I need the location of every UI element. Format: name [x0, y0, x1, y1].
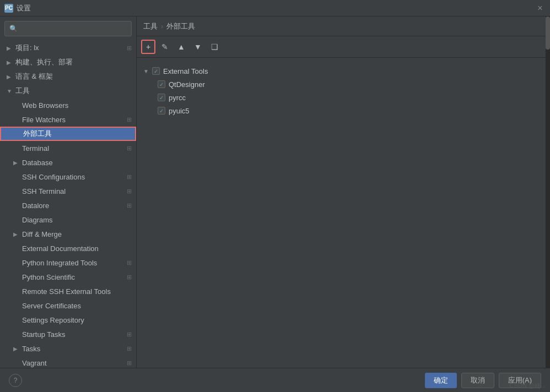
- arrow-icon: ▶: [7, 45, 14, 51]
- sidebar-item-ext-doc[interactable]: External Documentation: [0, 241, 136, 255]
- search-input[interactable]: [20, 25, 127, 32]
- sidebar-item-remote-ssh[interactable]: Remote SSH External Tools: [0, 284, 136, 298]
- sidebar-item-label: Startup Tasks: [22, 330, 127, 339]
- tree-item-pyrcc[interactable]: ✓ pyrcc: [141, 91, 541, 104]
- arrow-icon: [13, 260, 21, 266]
- sidebar-item-python-integrated[interactable]: Python Integrated Tools ⊞: [0, 255, 136, 270]
- add-button[interactable]: +: [141, 40, 155, 54]
- sidebar-item-startup-tasks[interactable]: Startup Tasks ⊞: [0, 327, 136, 341]
- copy-button[interactable]: ❏: [207, 40, 222, 54]
- settings-dialog: PC 设置 × 🔍 ▶ 项目: lx ⊞ ▶ 构建、执行、: [0, 0, 550, 392]
- tree-item-qtdesigner[interactable]: ✓ QtDesigner: [141, 78, 541, 91]
- sidebar-item-datalore[interactable]: Datalore ⊞: [0, 198, 136, 213]
- external-link-icon: ⊞: [127, 145, 132, 152]
- breadcrumb: 工具 › 外部工具: [137, 17, 546, 36]
- sidebar-item-ssh-config[interactable]: SSH Configurations ⊞: [0, 170, 136, 184]
- sidebar-item-label: Terminal: [22, 144, 127, 153]
- sidebar-item-build[interactable]: ▶ 构建、执行、部署: [0, 55, 136, 69]
- arrow-icon: [13, 102, 21, 108]
- arrow-icon: [13, 317, 21, 323]
- breadcrumb-separator: ›: [161, 22, 163, 30]
- sidebar-item-settings-repo[interactable]: Settings Repository: [0, 313, 136, 327]
- arrow-icon: [13, 331, 21, 337]
- sidebar-item-label: 构建、执行、部署: [15, 57, 136, 67]
- titlebar: PC 设置 ×: [0, 0, 550, 17]
- sidebar-item-label: Python Integrated Tools: [22, 259, 127, 267]
- arrow-icon: [14, 131, 22, 137]
- arrow-icon: [13, 303, 21, 309]
- sidebar-tree: ▶ 项目: lx ⊞ ▶ 构建、执行、部署 ▶ 语言 & 框架 ▼ 工具: [0, 41, 136, 368]
- arrow-icon: [13, 360, 21, 366]
- cancel-button[interactable]: 取消: [461, 373, 494, 388]
- sidebar-item-web-browsers[interactable]: Web Browsers: [0, 98, 136, 112]
- sidebar-item-label: 项目: lx: [15, 43, 127, 53]
- footer: ? 确定 取消 应用(A): [0, 368, 550, 392]
- external-link-icon: ⊞: [127, 202, 132, 209]
- item-checkbox[interactable]: ✓: [158, 94, 165, 101]
- tree-item-pyuic5[interactable]: ✓ pyuic5: [141, 104, 541, 117]
- external-link-icon: ⊞: [127, 116, 132, 123]
- sidebar-item-label: Settings Repository: [22, 316, 136, 324]
- external-link-icon: ⊞: [127, 345, 132, 352]
- arrow-icon: [13, 174, 21, 180]
- sidebar-item-terminal[interactable]: Terminal ⊞: [0, 141, 136, 155]
- content-area: ▼ ✓ External Tools ✓ QtDesigner ✓ pyrcc: [137, 58, 546, 368]
- external-link-icon: ⊞: [127, 188, 132, 195]
- sidebar-item-label: Diff & Merge: [22, 230, 136, 238]
- arrow-icon: [13, 246, 21, 252]
- collapse-arrow-icon: ▼: [143, 68, 151, 74]
- group-checkbox[interactable]: ✓: [152, 67, 160, 75]
- sidebar-item-label: Vagrant: [22, 359, 127, 367]
- close-button[interactable]: ×: [535, 3, 546, 14]
- watermark: CSDN @杨...: [509, 382, 546, 390]
- sidebar-item-external-tools[interactable]: 外部工具: [0, 127, 136, 141]
- right-panel: 工具 › 外部工具 + ✎ ▲ ▼ ❏ ▼ ✓ External: [137, 17, 546, 368]
- sidebar-item-diagrams[interactable]: Diagrams: [0, 213, 136, 227]
- sidebar-item-label: Python Scientific: [22, 273, 127, 281]
- arrow-icon: [13, 117, 21, 123]
- sidebar-item-tasks[interactable]: ▶ Tasks ⊞: [0, 341, 136, 356]
- sidebar-item-file-watchers[interactable]: File Watchers ⊞: [0, 112, 136, 127]
- edit-button[interactable]: ✎: [158, 40, 172, 54]
- right-scrollbar[interactable]: [546, 17, 550, 368]
- item-checkbox[interactable]: ✓: [158, 80, 165, 88]
- breadcrumb-parent: 工具: [143, 21, 158, 31]
- ok-button[interactable]: 确定: [425, 373, 457, 388]
- breadcrumb-current: 外部工具: [166, 21, 195, 31]
- app-icon: PC: [4, 4, 13, 13]
- sidebar-item-ssh-terminal[interactable]: SSH Terminal ⊞: [0, 184, 136, 198]
- tree-group-external-tools[interactable]: ▼ ✓ External Tools: [141, 64, 541, 78]
- sidebar-item-label: SSH Terminal: [22, 187, 127, 195]
- arrow-icon: [13, 288, 21, 295]
- arrow-icon: ▶: [7, 74, 14, 80]
- item-label: pyuic5: [169, 107, 190, 115]
- sidebar-item-label: Tasks: [22, 345, 127, 353]
- sidebar-item-label: Web Browsers: [22, 101, 136, 110]
- sidebar-item-project[interactable]: ▶ 项目: lx ⊞: [0, 41, 136, 55]
- sidebar-item-server-cert[interactable]: Server Certificates: [0, 298, 136, 313]
- sidebar-item-language[interactable]: ▶ 语言 & 框架: [0, 69, 136, 84]
- external-link-icon: ⊞: [127, 259, 132, 266]
- dialog-title: 设置: [17, 3, 31, 13]
- sidebar-item-vagrant[interactable]: Vagrant ⊞: [0, 356, 136, 368]
- sidebar-item-database[interactable]: ▶ Database: [0, 155, 136, 170]
- sidebar-item-tools[interactable]: ▼ 工具: [0, 84, 136, 98]
- help-button[interactable]: ?: [9, 374, 22, 387]
- arrow-icon: ▶: [13, 346, 21, 352]
- sidebar-item-label: 外部工具: [23, 129, 135, 139]
- item-checkbox[interactable]: ✓: [158, 107, 165, 115]
- arrow-icon: [13, 145, 21, 151]
- item-label: pyrcc: [169, 94, 186, 102]
- move-up-button[interactable]: ▲: [174, 40, 188, 54]
- search-icon: 🔍: [9, 25, 18, 32]
- group-label: External Tools: [163, 67, 208, 75]
- content-tree: ▼ ✓ External Tools ✓ QtDesigner ✓ pyrcc: [141, 62, 541, 119]
- sidebar-item-label: 语言 & 框架: [15, 72, 136, 81]
- move-down-button[interactable]: ▼: [191, 40, 205, 54]
- arrow-icon: [13, 274, 21, 280]
- main-content: 🔍 ▶ 项目: lx ⊞ ▶ 构建、执行、部署 ▶ 语言 & 框架: [0, 17, 550, 368]
- scrollbar-thumb[interactable]: [546, 17, 550, 50]
- sidebar-item-python-scientific[interactable]: Python Scientific ⊞: [0, 270, 136, 284]
- search-box[interactable]: 🔍: [4, 21, 132, 36]
- sidebar-item-diff-merge[interactable]: ▶ Diff & Merge: [0, 227, 136, 241]
